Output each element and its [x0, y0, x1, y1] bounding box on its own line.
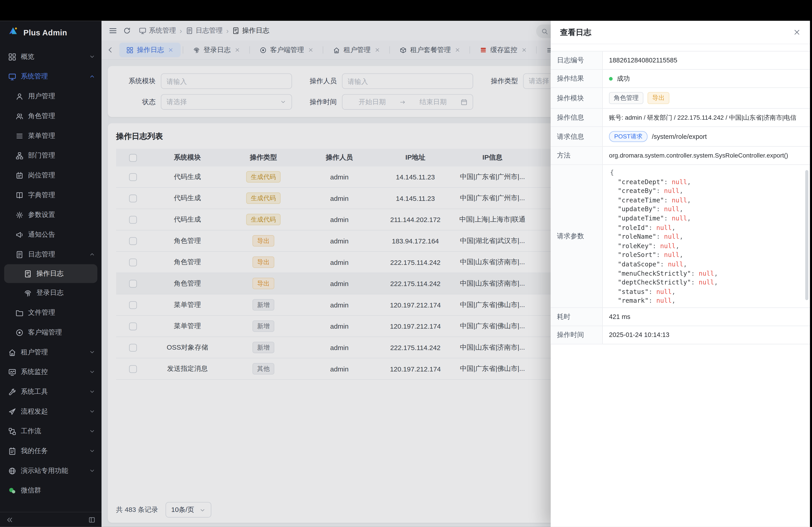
- filter-status: 状态请选择: [116, 94, 292, 110]
- sidebar-item-workflow[interactable]: 工作流: [0, 421, 102, 441]
- sidebar-item-system[interactable]: 系统管理: [0, 66, 102, 86]
- sidebar-item-param-settings[interactable]: 参数设置: [0, 205, 102, 225]
- sidebar-item-flow-start[interactable]: 流程发起: [0, 402, 102, 422]
- tab-close-icon[interactable]: [375, 47, 380, 52]
- tabs-scroll-left-button[interactable]: [105, 45, 115, 55]
- tab-close-icon[interactable]: [168, 47, 173, 52]
- sidebar-item-sys-tools[interactable]: 系统工具: [0, 382, 102, 402]
- sidebar-item-notice[interactable]: 通知公告: [0, 225, 102, 244]
- close-icon[interactable]: [308, 47, 313, 52]
- tab-cache-monitor[interactable]: 缓存监控: [473, 43, 534, 57]
- close-icon[interactable]: [455, 47, 460, 52]
- tab-client-mgmt[interactable]: 客户端管理: [252, 43, 320, 57]
- collapse-icon[interactable]: [6, 516, 13, 523]
- close-icon[interactable]: [793, 29, 800, 36]
- close-icon[interactable]: [235, 47, 240, 52]
- breadcrumb-item-log-mgmt[interactable]: 日志管理: [186, 26, 223, 35]
- sidebar-item-file-mgmt[interactable]: 文件管理: [0, 303, 102, 322]
- sidebar-item-op-log[interactable]: 操作日志: [4, 264, 97, 283]
- chevron: [89, 251, 96, 258]
- wechat-icon: [8, 487, 16, 495]
- chev-down-icon: [89, 468, 96, 474]
- tab-close-icon[interactable]: [308, 47, 313, 52]
- tab-tenant-package[interactable]: 租户套餐管理: [392, 43, 467, 57]
- sidebar-item-login-log[interactable]: 登录日志: [0, 283, 102, 303]
- close-icon[interactable]: [375, 47, 380, 52]
- field-label: 请求信息: [551, 127, 603, 146]
- tab-label: 客户端管理: [270, 45, 304, 55]
- sidebar-item-post-mgmt[interactable]: 岗位管理: [0, 165, 102, 185]
- tasks-icon: [8, 447, 16, 455]
- select-all-checkbox[interactable]: [129, 154, 137, 162]
- sidebar-item-user-mgmt[interactable]: 用户管理: [0, 86, 102, 106]
- sidebar-item-overview[interactable]: 概览: [0, 47, 102, 67]
- field-value: 2025-01-24 10:14:13: [609, 331, 669, 338]
- sidebar-item-log-mgmt[interactable]: 日志管理: [0, 244, 102, 265]
- pin-icon[interactable]: [88, 516, 95, 523]
- filter-label: 操作人员: [297, 76, 337, 86]
- sidebar-item-tenant-mgmt[interactable]: 租户管理: [0, 342, 102, 362]
- row-checkbox[interactable]: [129, 237, 137, 245]
- operation-time-daterange[interactable]: 开始日期结束日期: [342, 94, 473, 110]
- flow-start-icon: [8, 408, 16, 416]
- chev-down-icon: [89, 448, 96, 454]
- filter-operation-time: 操作时间开始日期结束日期: [297, 94, 473, 110]
- sidebar-item-role-mgmt[interactable]: 角色管理: [0, 106, 102, 126]
- field-value: 421 ms: [609, 313, 630, 320]
- row-checkbox[interactable]: [129, 344, 137, 352]
- filter-label: 状态: [116, 97, 156, 107]
- row-checkbox[interactable]: [129, 258, 137, 267]
- row-checkbox[interactable]: [129, 195, 137, 202]
- tab-close-icon[interactable]: [521, 47, 527, 52]
- breadcrumb-item-op-log[interactable]: 操作日志: [232, 26, 269, 35]
- tab-login-log[interactable]: 登录日志: [186, 43, 247, 57]
- row-checkbox[interactable]: [129, 216, 137, 224]
- close-icon[interactable]: [168, 47, 173, 52]
- hamburger-menu-button[interactable]: [109, 27, 117, 35]
- breadcrumb-label: 系统管理: [149, 26, 176, 35]
- user-icon: [16, 92, 24, 100]
- hamburger-icon[interactable]: [109, 27, 117, 35]
- breadcrumb: 系统管理›日志管理›操作日志: [139, 26, 269, 35]
- close-icon[interactable]: [521, 47, 527, 52]
- scrollbar-thumb[interactable]: [805, 170, 808, 300]
- system-module-input[interactable]: [161, 73, 292, 89]
- sidebar-item-sys-monitor[interactable]: 系统监控: [0, 362, 102, 382]
- sidebar-item-label: 部门管理: [28, 151, 55, 160]
- row-checkbox[interactable]: [129, 322, 137, 330]
- row-checkbox[interactable]: [129, 280, 137, 288]
- status-select[interactable]: 请选择: [161, 94, 292, 110]
- tenant-icon: [333, 47, 340, 54]
- sidebar-item-menu-mgmt[interactable]: 菜单管理: [0, 126, 102, 146]
- tab-tenant-mgmt[interactable]: 租户管理: [326, 43, 387, 57]
- refresh-icon[interactable]: [124, 27, 131, 34]
- cell-ip-info: 中国|山东省|济南市|...: [453, 252, 532, 273]
- tab-op-log[interactable]: 操作日志: [119, 43, 180, 57]
- operator-input[interactable]: [342, 73, 473, 89]
- tab-close-icon[interactable]: [235, 47, 240, 52]
- sidebar-item-dict-mgmt[interactable]: 字典管理: [0, 185, 102, 205]
- pin-sidebar-button[interactable]: [88, 516, 95, 523]
- row-checkbox[interactable]: [129, 174, 137, 181]
- sidebar-item-dept-mgmt[interactable]: 部门管理: [0, 146, 102, 165]
- sidebar-item-demo-features[interactable]: 演示站专用功能: [0, 461, 102, 481]
- collapse-sidebar-button[interactable]: [6, 516, 13, 523]
- chevron: [89, 389, 96, 395]
- notice-icon: [16, 230, 24, 239]
- chev-down-icon: [199, 507, 206, 513]
- app-logo[interactable]: Plus Admin: [0, 21, 102, 44]
- request-params-code[interactable]: { "createDept": null, "createBy": null, …: [603, 165, 810, 307]
- client-icon: [16, 328, 24, 336]
- breadcrumb-item-system[interactable]: 系统管理: [139, 26, 176, 35]
- chev-left-icon[interactable]: [107, 46, 114, 54]
- page-size-select[interactable]: 10条/页: [165, 502, 211, 517]
- row-checkbox[interactable]: [129, 301, 137, 309]
- row-checkbox[interactable]: [129, 365, 137, 373]
- tab-close-icon[interactable]: [455, 47, 460, 52]
- sidebar-item-my-tasks[interactable]: 我的任务: [0, 441, 102, 461]
- refresh-button[interactable]: [124, 27, 131, 34]
- cell-module: OSS对象存储: [149, 337, 225, 358]
- sidebar-item-wechat-group[interactable]: 微信群: [0, 481, 102, 500]
- close-icon[interactable]: [793, 29, 800, 36]
- sidebar-item-client-mgmt[interactable]: 客户端管理: [0, 322, 102, 342]
